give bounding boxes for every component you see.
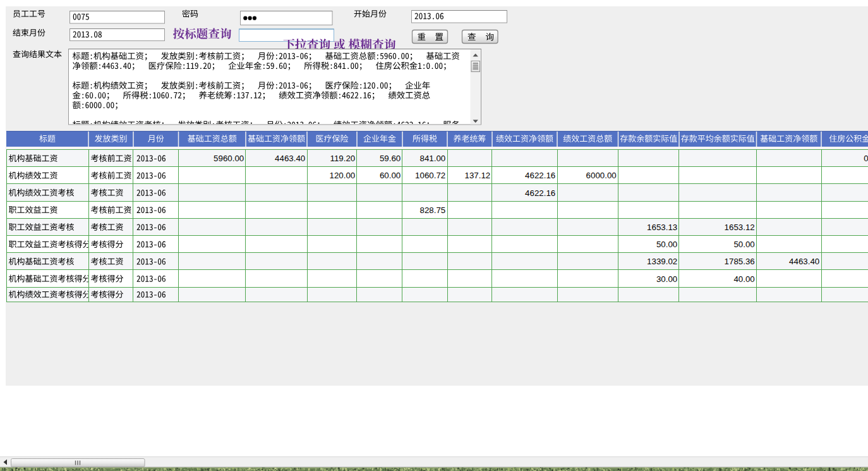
svg-text:4463.40: 4463.40 <box>275 154 305 163</box>
svg-text:120.00: 120.00 <box>330 171 356 180</box>
svg-text:6000.00: 6000.00 <box>586 171 617 180</box>
svg-text:1060.72: 1060.72 <box>415 171 445 180</box>
svg-text:1785.36: 1785.36 <box>725 257 755 266</box>
svg-text:0.00: 0.00 <box>864 154 868 163</box>
svg-text:828.75: 828.75 <box>420 205 446 215</box>
svg-text:4622.16: 4622.16 <box>525 188 555 198</box>
svg-text:59.60: 59.60 <box>380 154 401 163</box>
svg-text:841.00: 841.00 <box>420 154 446 163</box>
svg-text:137.12: 137.12 <box>465 171 491 180</box>
svg-text:119.20: 119.20 <box>330 154 356 163</box>
svg-text:1339.02: 1339.02 <box>647 257 677 266</box>
svg-text:60.00: 60.00 <box>380 171 401 180</box>
svg-text:4463.40: 4463.40 <box>789 257 819 266</box>
svg-text:50.00: 50.00 <box>733 240 754 249</box>
svg-text:50.00: 50.00 <box>656 240 677 249</box>
svg-text:1653.12: 1653.12 <box>725 223 755 232</box>
svg-text:1653.13: 1653.13 <box>647 223 677 232</box>
svg-text:30.00: 30.00 <box>656 274 677 284</box>
svg-text:40.00: 40.00 <box>733 274 754 284</box>
svg-text:5960.00: 5960.00 <box>214 154 244 163</box>
svg-text:4622.16: 4622.16 <box>525 171 555 180</box>
